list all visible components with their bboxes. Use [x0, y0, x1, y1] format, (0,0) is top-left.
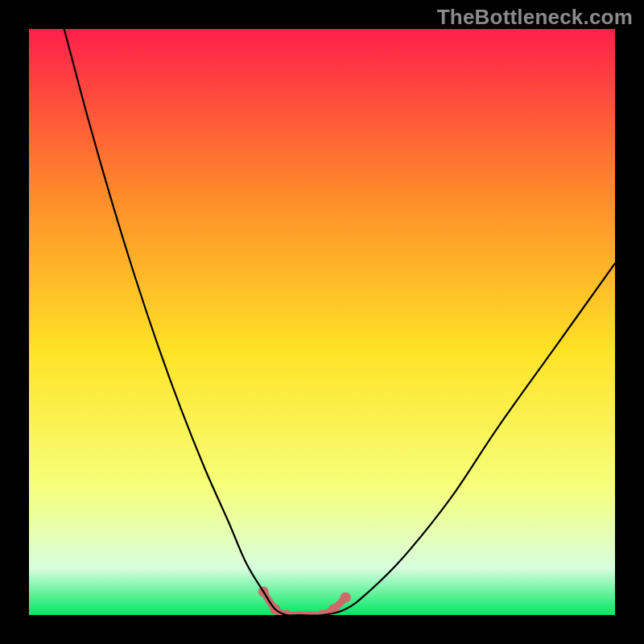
watermark-text: TheBottleneck.com	[437, 5, 633, 30]
chart-frame: TheBottleneck.com	[0, 0, 644, 644]
gradient-background	[29, 29, 615, 615]
valley-dot	[341, 592, 351, 603]
bottleneck-chart	[0, 0, 644, 644]
